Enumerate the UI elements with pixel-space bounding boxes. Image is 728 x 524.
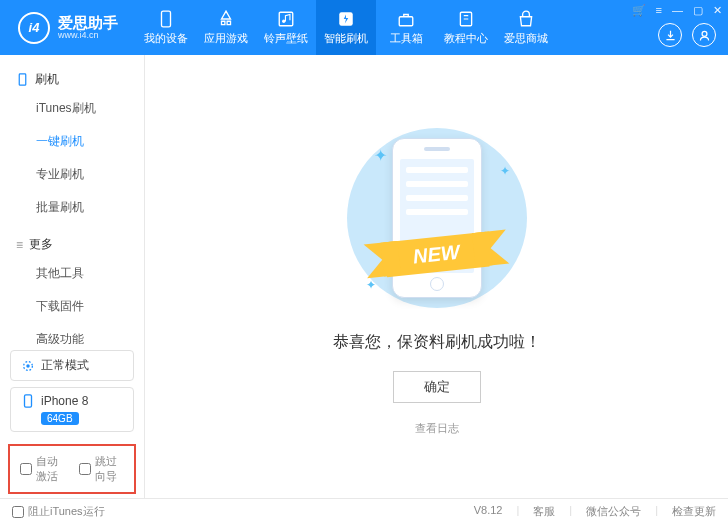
sidebar-item[interactable]: 专业刷机	[0, 158, 144, 191]
logo: i4 爱思助手 www.i4.cn	[0, 12, 136, 44]
version-label: V8.12	[474, 504, 503, 519]
sidebar-section-more: ≡ 更多	[0, 232, 144, 257]
nav-item-phone[interactable]: 我的设备	[136, 0, 196, 55]
device-mode[interactable]: 正常模式	[10, 350, 134, 381]
toolbox-icon	[397, 10, 415, 28]
bottom-checks: 自动激活 跳过向导	[8, 444, 136, 494]
logo-icon: i4	[18, 12, 50, 44]
sidebar-item[interactable]: 高级功能	[0, 323, 144, 344]
wechat-link[interactable]: 微信公众号	[586, 504, 641, 519]
menu-icon[interactable]: ≡	[656, 4, 662, 17]
logo-subtitle: www.i4.cn	[58, 30, 118, 41]
mode-icon	[21, 359, 35, 373]
support-link[interactable]: 客服	[533, 504, 555, 519]
nav-item-book[interactable]: 教程中心	[436, 0, 496, 55]
nav-item-apps[interactable]: 应用游戏	[196, 0, 256, 55]
device-badge: 64GB	[41, 412, 79, 425]
device-card[interactable]: iPhone 8 64GB	[10, 387, 134, 432]
close-icon[interactable]: ✕	[713, 4, 722, 17]
sparkle-icon: ✦	[366, 278, 376, 292]
status-bar: 阻止iTunes运行 V8.12 | 客服 | 微信公众号 | 检查更新	[0, 498, 728, 524]
user-button[interactable]	[692, 23, 716, 47]
sidebar: 刷机 iTunes刷机一键刷机专业刷机批量刷机 ≡ 更多 其他工具下载固件高级功…	[0, 55, 145, 498]
window-controls: 🛒 ≡ — ▢ ✕	[632, 4, 722, 17]
nav-label: 智能刷机	[324, 31, 368, 46]
block-itunes-checkbox[interactable]: 阻止iTunes运行	[12, 504, 105, 519]
device-mode-label: 正常模式	[41, 357, 89, 374]
sidebar-item[interactable]: iTunes刷机	[0, 92, 144, 125]
svg-rect-4	[399, 16, 413, 25]
auto-activate-checkbox[interactable]: 自动激活	[20, 454, 65, 484]
sparkle-icon: ✦	[374, 146, 387, 165]
sidebar-item[interactable]: 其他工具	[0, 257, 144, 290]
shop-icon	[517, 10, 535, 28]
logo-title: 爱思助手	[58, 15, 118, 30]
nav-item-toolbox[interactable]: 工具箱	[376, 0, 436, 55]
minimize-icon[interactable]: —	[672, 4, 683, 17]
ok-button[interactable]: 确定	[393, 371, 481, 403]
nav-label: 应用游戏	[204, 31, 248, 46]
nav-label: 我的设备	[144, 31, 188, 46]
main-panel: ✦ ✦ ✦ NEW 恭喜您，保资料刷机成功啦！ 确定 查看日志	[145, 55, 728, 498]
maximize-icon[interactable]: ▢	[693, 4, 703, 17]
book-icon	[457, 10, 475, 28]
more-icon: ≡	[16, 238, 23, 252]
nav-item-shop[interactable]: 爱思商城	[496, 0, 556, 55]
sidebar-item[interactable]: 下载固件	[0, 290, 144, 323]
nav-item-music[interactable]: 铃声壁纸	[256, 0, 316, 55]
svg-point-6	[702, 31, 707, 36]
sidebar-item[interactable]: 一键刷机	[0, 125, 144, 158]
nav-label: 工具箱	[390, 31, 423, 46]
svg-rect-10	[25, 395, 32, 407]
music-icon	[277, 10, 295, 28]
phone-icon	[157, 10, 175, 28]
phone-icon	[16, 73, 29, 86]
success-message: 恭喜您，保资料刷机成功啦！	[333, 332, 541, 353]
download-button[interactable]	[658, 23, 682, 47]
nav-label: 教程中心	[444, 31, 488, 46]
svg-rect-7	[19, 74, 26, 85]
cart-icon[interactable]: 🛒	[632, 4, 646, 17]
nav-label: 爱思商城	[504, 31, 548, 46]
success-illustration: ✦ ✦ ✦ NEW	[322, 118, 552, 318]
sparkle-icon: ✦	[500, 164, 510, 178]
device-icon	[21, 394, 35, 408]
app-header: i4 爱思助手 www.i4.cn 我的设备应用游戏铃声壁纸智能刷机工具箱教程中…	[0, 0, 728, 55]
skip-guide-checkbox[interactable]: 跳过向导	[79, 454, 124, 484]
device-name: iPhone 8	[41, 394, 88, 408]
view-log-link[interactable]: 查看日志	[415, 421, 459, 436]
check-update-link[interactable]: 检查更新	[672, 504, 716, 519]
svg-rect-0	[162, 11, 171, 27]
flash-icon	[337, 10, 355, 28]
sidebar-section-flash: 刷机	[0, 67, 144, 92]
top-nav: 我的设备应用游戏铃声壁纸智能刷机工具箱教程中心爱思商城	[136, 0, 556, 55]
nav-label: 铃声壁纸	[264, 31, 308, 46]
sidebar-item[interactable]: 批量刷机	[0, 191, 144, 224]
svg-point-9	[26, 364, 30, 368]
nav-item-flash[interactable]: 智能刷机	[316, 0, 376, 55]
apps-icon	[217, 10, 235, 28]
